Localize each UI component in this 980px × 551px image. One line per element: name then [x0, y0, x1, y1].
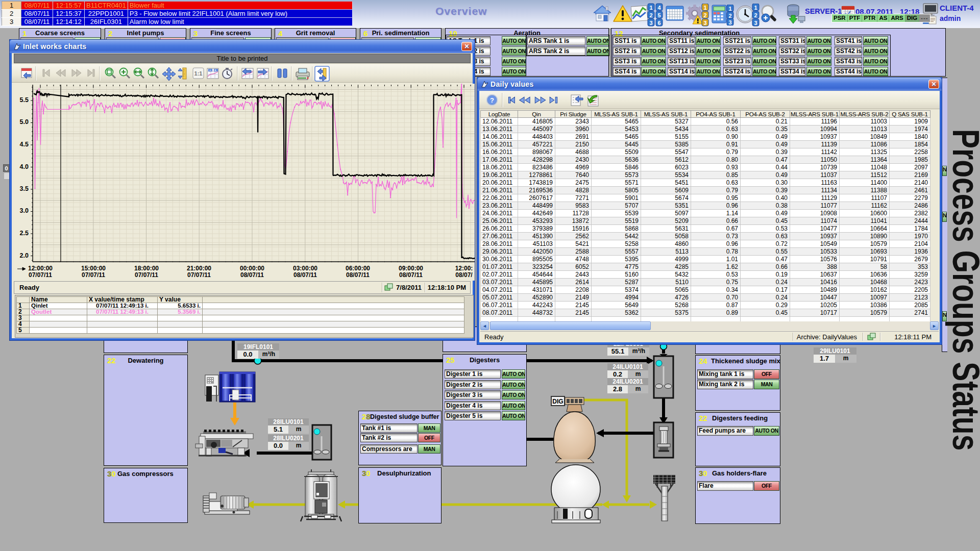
- svg-text:1:1: 1:1: [194, 70, 203, 77]
- svg-text:DIG: DIG: [552, 398, 563, 405]
- svg-text:?: ?: [490, 96, 494, 104]
